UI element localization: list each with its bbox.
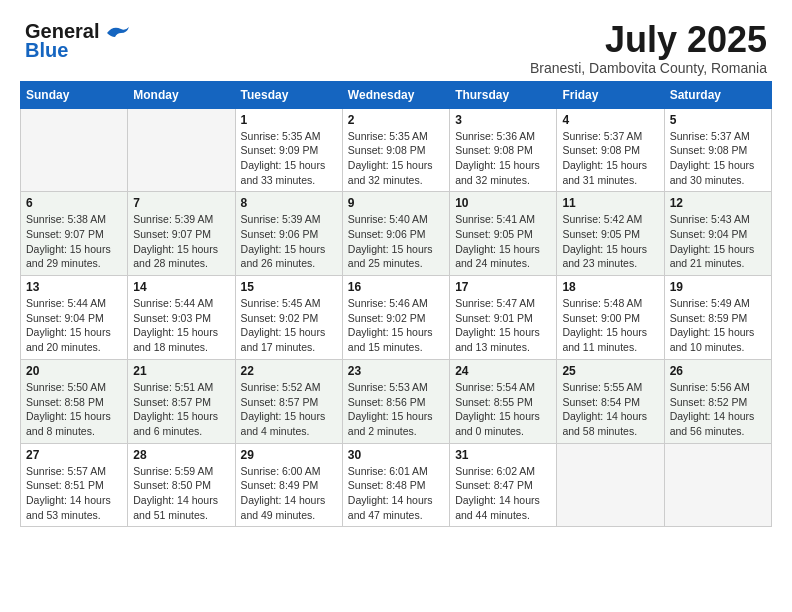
- day-info: Sunrise: 5:44 AM Sunset: 9:04 PM Dayligh…: [26, 296, 122, 355]
- day-info: Sunrise: 5:37 AM Sunset: 9:08 PM Dayligh…: [562, 129, 658, 188]
- day-number: 22: [241, 364, 337, 378]
- day-number: 3: [455, 113, 551, 127]
- day-number: 15: [241, 280, 337, 294]
- day-info: Sunrise: 5:53 AM Sunset: 8:56 PM Dayligh…: [348, 380, 444, 439]
- day-number: 1: [241, 113, 337, 127]
- day-info: Sunrise: 5:36 AM Sunset: 9:08 PM Dayligh…: [455, 129, 551, 188]
- calendar-day-cell: 22Sunrise: 5:52 AM Sunset: 8:57 PM Dayli…: [235, 359, 342, 443]
- calendar-week-row: 13Sunrise: 5:44 AM Sunset: 9:04 PM Dayli…: [21, 276, 772, 360]
- calendar-day-cell: 25Sunrise: 5:55 AM Sunset: 8:54 PM Dayli…: [557, 359, 664, 443]
- weekday-header: Tuesday: [235, 81, 342, 108]
- weekday-header: Friday: [557, 81, 664, 108]
- calendar-day-cell: 19Sunrise: 5:49 AM Sunset: 8:59 PM Dayli…: [664, 276, 771, 360]
- calendar-day-cell: [128, 108, 235, 192]
- calendar-week-row: 27Sunrise: 5:57 AM Sunset: 8:51 PM Dayli…: [21, 443, 772, 527]
- day-number: 20: [26, 364, 122, 378]
- day-info: Sunrise: 5:41 AM Sunset: 9:05 PM Dayligh…: [455, 212, 551, 271]
- weekday-header: Sunday: [21, 81, 128, 108]
- calendar-header-row: SundayMondayTuesdayWednesdayThursdayFrid…: [21, 81, 772, 108]
- calendar-day-cell: 6Sunrise: 5:38 AM Sunset: 9:07 PM Daylig…: [21, 192, 128, 276]
- day-number: 5: [670, 113, 766, 127]
- day-number: 25: [562, 364, 658, 378]
- calendar-day-cell: 10Sunrise: 5:41 AM Sunset: 9:05 PM Dayli…: [450, 192, 557, 276]
- day-number: 24: [455, 364, 551, 378]
- day-info: Sunrise: 5:35 AM Sunset: 9:08 PM Dayligh…: [348, 129, 444, 188]
- calendar-day-cell: 18Sunrise: 5:48 AM Sunset: 9:00 PM Dayli…: [557, 276, 664, 360]
- calendar-day-cell: 12Sunrise: 5:43 AM Sunset: 9:04 PM Dayli…: [664, 192, 771, 276]
- weekday-header: Thursday: [450, 81, 557, 108]
- day-number: 14: [133, 280, 229, 294]
- title-area: July 2025 Branesti, Dambovita County, Ro…: [530, 20, 767, 76]
- day-number: 19: [670, 280, 766, 294]
- page-header: General Blue July 2025 Branesti, Dambovi…: [10, 10, 782, 81]
- calendar-day-cell: [21, 108, 128, 192]
- calendar-day-cell: 17Sunrise: 5:47 AM Sunset: 9:01 PM Dayli…: [450, 276, 557, 360]
- calendar-day-cell: 29Sunrise: 6:00 AM Sunset: 8:49 PM Dayli…: [235, 443, 342, 527]
- calendar-day-cell: 21Sunrise: 5:51 AM Sunset: 8:57 PM Dayli…: [128, 359, 235, 443]
- calendar-day-cell: 1Sunrise: 5:35 AM Sunset: 9:09 PM Daylig…: [235, 108, 342, 192]
- logo-bird-icon: [103, 23, 131, 41]
- day-info: Sunrise: 5:45 AM Sunset: 9:02 PM Dayligh…: [241, 296, 337, 355]
- day-number: 18: [562, 280, 658, 294]
- weekday-header: Wednesday: [342, 81, 449, 108]
- day-number: 17: [455, 280, 551, 294]
- day-info: Sunrise: 6:00 AM Sunset: 8:49 PM Dayligh…: [241, 464, 337, 523]
- calendar-table: SundayMondayTuesdayWednesdayThursdayFrid…: [20, 81, 772, 528]
- calendar-day-cell: 9Sunrise: 5:40 AM Sunset: 9:06 PM Daylig…: [342, 192, 449, 276]
- calendar-day-cell: [664, 443, 771, 527]
- calendar-day-cell: 11Sunrise: 5:42 AM Sunset: 9:05 PM Dayli…: [557, 192, 664, 276]
- day-number: 16: [348, 280, 444, 294]
- weekday-header: Saturday: [664, 81, 771, 108]
- day-number: 23: [348, 364, 444, 378]
- calendar-day-cell: 30Sunrise: 6:01 AM Sunset: 8:48 PM Dayli…: [342, 443, 449, 527]
- day-info: Sunrise: 5:55 AM Sunset: 8:54 PM Dayligh…: [562, 380, 658, 439]
- day-number: 12: [670, 196, 766, 210]
- calendar-day-cell: 20Sunrise: 5:50 AM Sunset: 8:58 PM Dayli…: [21, 359, 128, 443]
- day-number: 13: [26, 280, 122, 294]
- day-number: 28: [133, 448, 229, 462]
- day-number: 2: [348, 113, 444, 127]
- day-info: Sunrise: 5:48 AM Sunset: 9:00 PM Dayligh…: [562, 296, 658, 355]
- calendar-day-cell: 14Sunrise: 5:44 AM Sunset: 9:03 PM Dayli…: [128, 276, 235, 360]
- day-info: Sunrise: 5:46 AM Sunset: 9:02 PM Dayligh…: [348, 296, 444, 355]
- logo-text-blue: Blue: [25, 39, 68, 62]
- day-info: Sunrise: 5:42 AM Sunset: 9:05 PM Dayligh…: [562, 212, 658, 271]
- calendar-week-row: 1Sunrise: 5:35 AM Sunset: 9:09 PM Daylig…: [21, 108, 772, 192]
- day-number: 4: [562, 113, 658, 127]
- day-number: 6: [26, 196, 122, 210]
- day-info: Sunrise: 5:37 AM Sunset: 9:08 PM Dayligh…: [670, 129, 766, 188]
- day-info: Sunrise: 5:57 AM Sunset: 8:51 PM Dayligh…: [26, 464, 122, 523]
- day-number: 7: [133, 196, 229, 210]
- day-info: Sunrise: 5:39 AM Sunset: 9:07 PM Dayligh…: [133, 212, 229, 271]
- day-info: Sunrise: 5:47 AM Sunset: 9:01 PM Dayligh…: [455, 296, 551, 355]
- calendar-day-cell: 3Sunrise: 5:36 AM Sunset: 9:08 PM Daylig…: [450, 108, 557, 192]
- calendar-day-cell: 27Sunrise: 5:57 AM Sunset: 8:51 PM Dayli…: [21, 443, 128, 527]
- calendar-week-row: 20Sunrise: 5:50 AM Sunset: 8:58 PM Dayli…: [21, 359, 772, 443]
- day-info: Sunrise: 5:35 AM Sunset: 9:09 PM Dayligh…: [241, 129, 337, 188]
- day-info: Sunrise: 5:44 AM Sunset: 9:03 PM Dayligh…: [133, 296, 229, 355]
- calendar-day-cell: 31Sunrise: 6:02 AM Sunset: 8:47 PM Dayli…: [450, 443, 557, 527]
- calendar-day-cell: 28Sunrise: 5:59 AM Sunset: 8:50 PM Dayli…: [128, 443, 235, 527]
- calendar-day-cell: [557, 443, 664, 527]
- calendar-day-cell: 13Sunrise: 5:44 AM Sunset: 9:04 PM Dayli…: [21, 276, 128, 360]
- calendar-day-cell: 16Sunrise: 5:46 AM Sunset: 9:02 PM Dayli…: [342, 276, 449, 360]
- day-number: 11: [562, 196, 658, 210]
- day-number: 27: [26, 448, 122, 462]
- month-title: July 2025: [530, 20, 767, 60]
- day-info: Sunrise: 6:02 AM Sunset: 8:47 PM Dayligh…: [455, 464, 551, 523]
- day-info: Sunrise: 5:54 AM Sunset: 8:55 PM Dayligh…: [455, 380, 551, 439]
- day-number: 30: [348, 448, 444, 462]
- day-number: 8: [241, 196, 337, 210]
- calendar-day-cell: 24Sunrise: 5:54 AM Sunset: 8:55 PM Dayli…: [450, 359, 557, 443]
- day-info: Sunrise: 6:01 AM Sunset: 8:48 PM Dayligh…: [348, 464, 444, 523]
- day-number: 26: [670, 364, 766, 378]
- day-number: 10: [455, 196, 551, 210]
- calendar-day-cell: 15Sunrise: 5:45 AM Sunset: 9:02 PM Dayli…: [235, 276, 342, 360]
- day-info: Sunrise: 5:38 AM Sunset: 9:07 PM Dayligh…: [26, 212, 122, 271]
- day-info: Sunrise: 5:43 AM Sunset: 9:04 PM Dayligh…: [670, 212, 766, 271]
- calendar-day-cell: 2Sunrise: 5:35 AM Sunset: 9:08 PM Daylig…: [342, 108, 449, 192]
- day-info: Sunrise: 5:50 AM Sunset: 8:58 PM Dayligh…: [26, 380, 122, 439]
- calendar-day-cell: 8Sunrise: 5:39 AM Sunset: 9:06 PM Daylig…: [235, 192, 342, 276]
- day-info: Sunrise: 5:49 AM Sunset: 8:59 PM Dayligh…: [670, 296, 766, 355]
- calendar-day-cell: 5Sunrise: 5:37 AM Sunset: 9:08 PM Daylig…: [664, 108, 771, 192]
